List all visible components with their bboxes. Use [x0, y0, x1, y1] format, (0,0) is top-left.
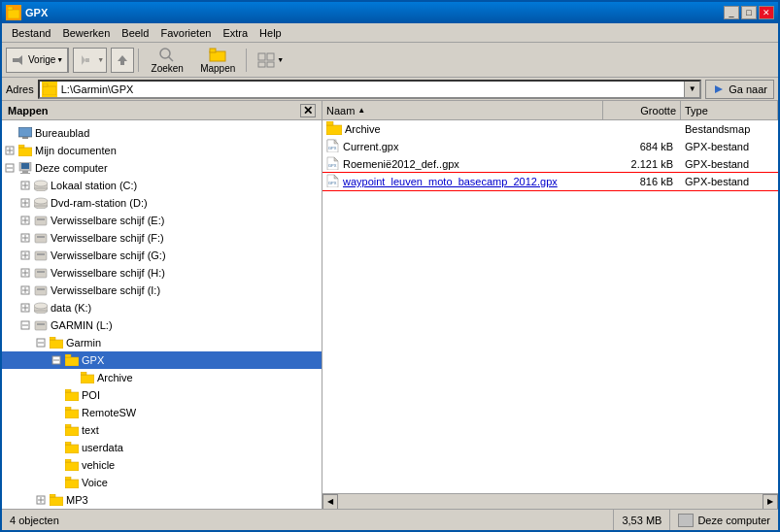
- sidebar-item-vehicle-folder[interactable]: vehicle: [2, 456, 322, 474]
- status-size: 3,53 MB: [614, 510, 670, 530]
- svg-text:GPX: GPX: [328, 181, 337, 185]
- sidebar-item-drive-d[interactable]: Dvd-ram-station (D:): [2, 194, 322, 212]
- expander-gpx-folder: [49, 352, 64, 368]
- menu-bestand[interactable]: Bestand: [6, 25, 56, 41]
- folders-button[interactable]: Mappen: [193, 46, 242, 75]
- file-row-archive[interactable]: Archive Bestandsmap: [322, 120, 778, 138]
- address-dropdown[interactable]: ▼: [684, 82, 699, 97]
- status-computer-icon: [678, 514, 694, 527]
- minimize-button[interactable]: _: [724, 6, 739, 19]
- svg-rect-99: [65, 480, 79, 488]
- go-button[interactable]: Ga naar: [705, 80, 774, 99]
- menu-help[interactable]: Help: [254, 25, 288, 41]
- svg-rect-7: [120, 61, 124, 65]
- file-name-text-current: Current.gpx: [343, 141, 398, 152]
- sidebar-item-drive-f[interactable]: Verwisselbare schijf (F:): [2, 229, 322, 247]
- file-row-roemenie[interactable]: GPX Roemenië2012_def..gpx 2.121 kB GPX-b…: [322, 155, 778, 173]
- menu-bewerken[interactable]: Bewerken: [56, 25, 116, 41]
- address-input-container[interactable]: L:\Garmin\GPX ▼: [38, 80, 702, 99]
- toolbar-separator-1: [138, 49, 139, 72]
- views-button[interactable]: ▼: [251, 46, 289, 75]
- sidebar-item-gpx-folder[interactable]: GPX: [2, 351, 322, 369]
- sidebar-item-userdata-folder[interactable]: userdata: [2, 439, 322, 456]
- h-scroll-left[interactable]: ◀: [322, 494, 338, 510]
- sidebar-label-archive-folder: Archive: [97, 372, 133, 383]
- status-computer: Deze computer: [670, 510, 778, 530]
- menu-beeld[interactable]: Beeld: [116, 25, 154, 41]
- views-icon: [256, 52, 276, 68]
- maximize-button[interactable]: □: [741, 6, 757, 19]
- sidebar-item-text-folder[interactable]: text: [2, 421, 322, 439]
- poi-folder-icon: [64, 387, 80, 403]
- expander-remotesw-folder: [49, 405, 64, 420]
- sidebar-item-drive-h[interactable]: Verwisselbare schijf (H:): [2, 264, 322, 282]
- sidebar-item-drive-g[interactable]: Verwisselbare schijf (G:): [2, 247, 322, 264]
- status-count: 4 objecten: [2, 510, 614, 530]
- sidebar-item-garmin-folder[interactable]: Garmin: [2, 334, 322, 351]
- sidebar-label-mp3-folder: MP3: [66, 494, 88, 506]
- svg-rect-1: [8, 7, 13, 10]
- svg-rect-30: [22, 171, 28, 173]
- h-scroll-right[interactable]: ▶: [763, 494, 778, 510]
- svg-rect-19: [18, 127, 32, 137]
- sidebar-item-drive-l[interactable]: GARMIN (L:): [2, 316, 322, 334]
- svg-rect-20: [22, 137, 28, 139]
- gpx-file-icon-current: GPX: [326, 139, 340, 154]
- sidebar-item-drive-e[interactable]: Verwisselbare schijf (E:): [2, 212, 322, 229]
- col-header-type[interactable]: Type: [681, 101, 778, 119]
- sidebar-close-button[interactable]: ✕: [300, 104, 316, 117]
- svg-rect-17: [43, 83, 48, 86]
- file-list-header: Naam ▲ Grootte Type: [322, 101, 778, 120]
- svg-marker-18: [715, 85, 723, 93]
- views-dropdown-icon[interactable]: ▼: [277, 56, 284, 63]
- h-scroll-track[interactable]: [338, 494, 763, 510]
- sidebar-item-deze-computer[interactable]: Deze computer: [2, 159, 322, 177]
- forward-button[interactable]: [74, 49, 95, 72]
- sidebar-item-drive-c[interactable]: Lokaal station (C:): [2, 177, 322, 194]
- svg-rect-78: [37, 323, 45, 325]
- svg-rect-15: [267, 62, 274, 67]
- sidebar-label-voice-folder: Voice: [82, 477, 108, 488]
- remotesw-folder-icon: [64, 405, 80, 420]
- vehicle-folder-icon: [64, 457, 80, 473]
- sidebar-label-drive-l: GARMIN (L:): [51, 319, 113, 331]
- forward-group: ▼: [73, 48, 107, 73]
- file-size-roemenie: 2.121 kB: [603, 158, 681, 170]
- file-row-waypoint[interactable]: GPX waypoint_leuven_moto_basecamp_2012.g…: [322, 173, 778, 190]
- address-path: L:\Garmin\GPX: [59, 83, 685, 95]
- col-header-naam[interactable]: Naam ▲: [322, 101, 603, 119]
- back-dropdown-icon[interactable]: ▼: [56, 56, 63, 63]
- col-header-grootte[interactable]: Grootte: [603, 101, 681, 119]
- sidebar-label-deze-computer: Deze computer: [35, 162, 108, 174]
- file-name-text-archive: Archive: [345, 123, 381, 135]
- sidebar-item-poi-folder[interactable]: POI: [2, 386, 322, 404]
- toolbar-separator-2: [246, 49, 247, 72]
- search-button[interactable]: Zoeken: [143, 46, 191, 75]
- sidebar-label-drive-f: Verwisselbare schijf (F:): [51, 232, 164, 244]
- menu-extra[interactable]: Extra: [217, 25, 254, 41]
- sidebar-item-drive-k[interactable]: data (K:): [2, 299, 322, 316]
- sidebar-item-drive-i[interactable]: Verwisselbare schijf (I:): [2, 282, 322, 299]
- menu-favorieten[interactable]: Favorieten: [154, 25, 217, 41]
- sidebar-item-archive-folder[interactable]: Archive: [2, 369, 322, 386]
- status-size-text: 3,53 MB: [622, 515, 661, 526]
- sidebar-item-mijn-documenten[interactable]: Mijn documenten: [2, 142, 322, 159]
- sidebar-item-mp3-folder[interactable]: MP3: [2, 491, 322, 509]
- up-button[interactable]: [112, 49, 133, 72]
- col-grootte-label: Grootte: [640, 105, 676, 116]
- sidebar-header-text: Mappen: [8, 105, 49, 116]
- close-button[interactable]: ✕: [759, 6, 774, 19]
- svg-text:GPX: GPX: [328, 163, 337, 168]
- sidebar-item-bureaublad[interactable]: Bureaublad: [2, 124, 322, 142]
- file-type-waypoint: GPX-bestand: [681, 176, 778, 187]
- sidebar-item-voice-folder[interactable]: Voice: [2, 474, 322, 491]
- file-row-current-gpx[interactable]: GPX Current.gpx 684 kB GPX-bestand: [322, 138, 778, 155]
- file-name-roemenie: GPX Roemenië2012_def..gpx: [322, 156, 603, 172]
- sidebar-item-remotesw-folder[interactable]: RemoteSW: [2, 404, 322, 421]
- sidebar-label-drive-k: data (K:): [51, 302, 91, 314]
- file-name-text-waypoint: waypoint_leuven_moto_basecamp_2012.gpx: [343, 176, 558, 187]
- h-scrollbar[interactable]: ◀ ▶: [322, 493, 778, 509]
- forward-dropdown[interactable]: ▼: [95, 49, 106, 72]
- svg-rect-12: [258, 53, 265, 60]
- back-button[interactable]: Vorige ▼: [7, 49, 68, 72]
